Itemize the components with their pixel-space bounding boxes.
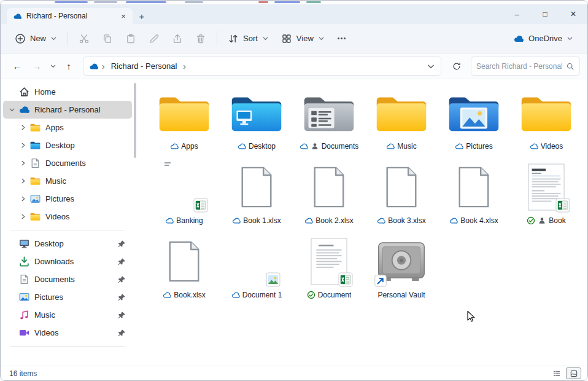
excel-badge-icon bbox=[338, 272, 353, 287]
tile-videos[interactable]: Videos bbox=[510, 84, 582, 159]
status-bar: 16 items bbox=[1, 366, 587, 380]
item-count: 16 items bbox=[9, 369, 37, 378]
file-name: Banking bbox=[176, 216, 203, 225]
tile-pictures[interactable]: Pictures bbox=[438, 84, 510, 159]
new-button[interactable]: New bbox=[9, 28, 63, 49]
sidebar-item-desktop[interactable]: Desktop bbox=[14, 136, 132, 154]
recent-locations-button[interactable] bbox=[47, 57, 58, 75]
onedrive-cloud-icon bbox=[89, 61, 99, 71]
documents-folder-icon bbox=[301, 91, 357, 135]
document-icon bbox=[29, 157, 41, 169]
sidebar-item-label: Videos bbox=[45, 212, 70, 221]
plus-circle-icon bbox=[15, 33, 26, 44]
sidebar-item-pictures[interactable]: Pictures bbox=[14, 190, 132, 208]
sidebar-item-documents[interactable]: Documents bbox=[14, 154, 132, 172]
large-icons-view-button[interactable] bbox=[566, 367, 581, 379]
sidebar-item-label: Pictures bbox=[34, 293, 63, 302]
tile-desktop[interactable]: Desktop bbox=[220, 84, 293, 159]
sidebar-item-label: Music bbox=[45, 176, 66, 186]
pin-icon bbox=[117, 311, 126, 320]
tile-personal-vault[interactable]: Personal Vault bbox=[365, 233, 438, 307]
monitor-icon bbox=[18, 238, 30, 249]
sidebar-divider bbox=[10, 230, 125, 230]
tile-book-2-xlsx[interactable]: Book 2.xlsx bbox=[293, 159, 365, 233]
tile-document[interactable]: Document bbox=[293, 233, 365, 307]
refresh-button[interactable] bbox=[447, 57, 466, 75]
sidebar-item-music[interactable]: Music bbox=[14, 172, 132, 190]
explorer-tab[interactable]: Richard - Personal × bbox=[7, 8, 133, 24]
tile-music[interactable]: Music bbox=[365, 84, 438, 159]
tile-documents[interactable]: Documents bbox=[293, 84, 365, 159]
more-options-button[interactable]: ••• bbox=[331, 28, 353, 49]
tile-book-1-xlsx[interactable]: Book 1.xlsx bbox=[220, 159, 293, 233]
sidebar-item-home[interactable]: Home bbox=[3, 83, 132, 101]
chevron-right-icon[interactable] bbox=[18, 195, 28, 203]
close-button[interactable]: × bbox=[559, 4, 587, 24]
sidebar-item-desktop-pinned[interactable]: Desktop bbox=[3, 235, 132, 253]
chevron-down-icon bbox=[567, 35, 573, 42]
home-icon bbox=[18, 86, 30, 98]
share-button[interactable] bbox=[166, 28, 188, 49]
sidebar-divider bbox=[10, 346, 125, 347]
up-button[interactable]: ↑ bbox=[60, 57, 78, 75]
sidebar-item-onedrive-root[interactable]: Richard - Personal bbox=[3, 101, 132, 119]
address-bar[interactable]: › Richard - Personal › bbox=[83, 57, 441, 76]
chevron-right-icon[interactable] bbox=[18, 160, 28, 167]
chevron-right-icon[interactable] bbox=[18, 178, 28, 185]
tile-book-4-xlsx[interactable]: Book 4.xlsx bbox=[438, 159, 510, 233]
sidebar-item-pictures-pinned[interactable]: Pictures bbox=[3, 288, 132, 306]
tab-close-button[interactable]: × bbox=[118, 10, 129, 22]
onedrive-status-button[interactable]: OneDrive bbox=[508, 28, 579, 49]
sidebar-item-apps[interactable]: Apps bbox=[14, 119, 132, 136]
back-button[interactable]: ← bbox=[8, 57, 26, 75]
sidebar-item-videos-pinned[interactable]: Videos bbox=[3, 324, 132, 342]
copy-button[interactable] bbox=[96, 28, 118, 49]
desktop-folder-icon bbox=[29, 139, 41, 151]
sidebar-item-label: Desktop bbox=[45, 141, 75, 150]
view-button[interactable]: View bbox=[276, 28, 330, 49]
photo-badge-icon bbox=[266, 272, 280, 287]
chevron-right-icon[interactable] bbox=[18, 213, 28, 221]
file-name: Book 2.xlsx bbox=[315, 216, 353, 225]
cut-button[interactable] bbox=[73, 28, 95, 49]
document-icon bbox=[18, 273, 30, 285]
sidebar-item-label: Desktop bbox=[34, 239, 64, 248]
pin-icon bbox=[117, 293, 126, 302]
refresh-icon bbox=[452, 61, 462, 71]
tile-apps[interactable]: Apps bbox=[148, 84, 220, 159]
window-controls: – □ × bbox=[503, 4, 587, 24]
address-dropdown-icon[interactable] bbox=[427, 62, 435, 71]
tile-book-xlsx[interactable]: Book.xlsx bbox=[148, 233, 220, 307]
paste-button[interactable] bbox=[120, 28, 142, 49]
new-tab-button[interactable]: + bbox=[134, 9, 150, 23]
onedrive-cloud-icon bbox=[13, 12, 22, 21]
sidebar-item-downloads-pinned[interactable]: Downloads bbox=[3, 253, 132, 270]
maximize-button[interactable]: □ bbox=[531, 4, 559, 24]
sidebar-item-videos[interactable]: Videos bbox=[14, 208, 132, 226]
tile-document-1[interactable]: Document 1 bbox=[220, 233, 293, 307]
details-view-button[interactable] bbox=[549, 367, 564, 379]
sort-button[interactable]: Sort bbox=[222, 28, 274, 49]
sidebar-item-documents-pinned[interactable]: Documents bbox=[3, 270, 132, 288]
forward-button[interactable]: → bbox=[28, 57, 46, 75]
shared-person-icon bbox=[538, 216, 546, 225]
tab-title: Richard - Personal bbox=[26, 12, 114, 20]
folder-icon bbox=[156, 91, 212, 135]
minimize-button[interactable]: – bbox=[503, 4, 531, 24]
rename-button[interactable] bbox=[143, 28, 165, 49]
delete-button[interactable] bbox=[190, 28, 212, 49]
sidebar-item-label: Music bbox=[34, 310, 55, 320]
tiny-file-icon bbox=[164, 160, 171, 168]
toolbar-divider bbox=[217, 31, 217, 45]
chevron-down-icon[interactable] bbox=[7, 106, 17, 114]
search-input[interactable] bbox=[476, 62, 562, 71]
tile-banking[interactable]: Banking bbox=[148, 159, 220, 233]
tile-book-3-xlsx[interactable]: Book 3.xlsx bbox=[365, 159, 438, 233]
chevron-right-icon[interactable] bbox=[18, 142, 28, 149]
tile-book[interactable]: Book bbox=[510, 159, 582, 233]
sidebar-scrollbar-thumb[interactable] bbox=[134, 83, 136, 158]
chevron-right-icon[interactable] bbox=[18, 124, 28, 132]
artifact-dash bbox=[258, 1, 268, 3]
breadcrumb-item[interactable]: Richard - Personal bbox=[108, 61, 180, 71]
sidebar-item-music-pinned[interactable]: Music bbox=[3, 306, 132, 324]
